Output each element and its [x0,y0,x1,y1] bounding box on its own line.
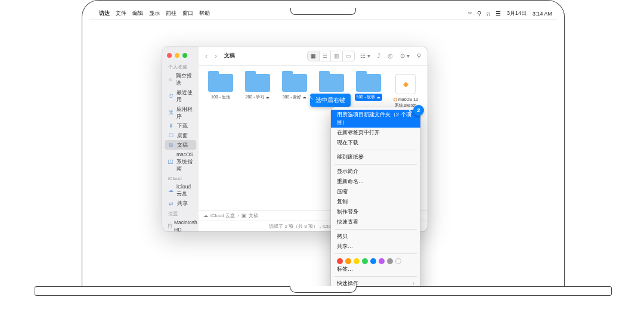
forward-button[interactable]: › [213,52,219,60]
tag-red[interactable] [337,258,343,264]
view-segmented-control[interactable]: ▦ ☰ ▥ ▭ [307,51,355,61]
menubar-date[interactable]: 3月14日 [507,10,527,17]
instruction-tooltip: 选中后右键 [310,94,351,107]
menu-separator [335,150,417,150]
back-button[interactable]: ‹ [203,52,209,60]
wifi-icon[interactable]: ⌔ [468,10,472,17]
tag-green[interactable] [362,258,368,264]
context-menu: 2 用所选项目新建文件夹（2 个项目） 在新标签页中打开 现在下载 移到废纸篓 … [331,107,420,286]
spotlight-icon[interactable]: ⚲ [477,10,481,17]
share-icon[interactable]: ⤴ [376,52,382,59]
sidebar-item-label: macOS 系统指南 [177,151,193,172]
sidebar-item-label: 共享 [177,200,188,207]
ctx-download-now[interactable]: 现在下载 [331,138,420,148]
sidebar-item-desktop[interactable]: ☐桌面 [162,131,199,140]
sidebar-item-airdrop[interactable]: ⌾隔空投送 [162,71,199,88]
menu-go[interactable]: 前往 [166,10,177,17]
folder-item-selected[interactable]: 500 - 故事 ☁︎ [354,74,383,101]
ctx-get-info[interactable]: 显示简介 [331,166,420,177]
tag-blue[interactable] [370,258,376,264]
group-by-icon[interactable]: ☷ ▾ [358,52,372,59]
window-controls [162,50,199,61]
folder-item[interactable]: 300 - 爱好 ☁︎ [280,74,309,101]
ctx-share[interactable]: 共享… [331,242,420,252]
menu-window[interactable]: 窗口 [182,10,193,17]
path-segment[interactable]: iCloud 云盘 [210,212,235,219]
tags-icon[interactable]: ◎ [386,52,395,59]
menu-file[interactable]: 文件 [116,10,126,17]
search-icon[interactable]: ⚲ [415,52,423,59]
laptop-base [35,286,612,305]
view-gallery-icon[interactable]: ▭ [343,51,354,61]
file-item[interactable]: macOS 13 系统.sketch [391,74,420,109]
sidebar-item-icloud[interactable]: ☁iCloud 云盘 [162,182,199,199]
ctx-rename[interactable]: 重新命名… [331,177,420,187]
tag-purple[interactable] [379,258,385,264]
ctx-new-folder-from-selection[interactable]: 用所选项目新建文件夹（2 个项目） [331,110,420,128]
menubar-time[interactable]: 3:14 AM [532,11,552,17]
folder-item[interactable]: 200 - 学习 ☁︎ [243,74,273,101]
minimize-button[interactable] [175,53,179,58]
sidebar-item-label: Macintosh HD [174,219,197,231]
sidebar-item-recents[interactable]: ⏱最近使用 [162,88,199,104]
folder-icon [356,74,381,92]
ctx-make-alias[interactable]: 制作替身 [331,207,420,217]
menu-separator [335,253,417,254]
menu-view[interactable]: 显示 [149,10,160,17]
menu-separator [335,164,417,165]
tag-orange[interactable] [345,258,351,264]
file-label: 300 - 爱好 ☁︎ [281,94,308,101]
file-label: 500 - 故事 ☁︎ [355,94,383,101]
ctx-tags[interactable]: 标签… [331,264,420,274]
sidebar-item-label: 桌面 [177,132,188,139]
sidebar-section-personal: 个人收藏 [162,61,199,71]
view-column-icon[interactable]: ▥ [331,51,343,61]
ctx-tag-colors[interactable] [331,256,420,264]
sidebar-section-locations: 位置 [162,208,199,218]
sidebar-item-label: 文稿 [177,141,188,148]
folder-item[interactable]: 100 - 生活 [206,74,236,101]
ctx-quick-actions[interactable]: 快速操作› [331,278,420,286]
user-switch-icon[interactable]: ⍾ [487,10,490,17]
view-list-icon[interactable]: ☰ [320,51,331,61]
screen: 访达 文件 编辑 显示 前往 窗口 帮助 ⌔ ⚲ ⍾ ☰ 3月14日 3:14 … [89,8,557,286]
sidebar-item-documents[interactable]: 🗎文稿 [165,140,196,150]
tag-gray[interactable] [387,258,393,264]
zoom-button[interactable] [182,53,187,58]
sidebar-item-shared[interactable]: ⇄共享 [162,199,199,208]
folder-icon [319,74,344,92]
menu-separator [335,276,417,277]
folder-icon [245,74,270,92]
chevron-right-icon: › [413,280,414,286]
sidebar-item-macintosh-hd[interactable]: ⌸Macintosh HD [162,218,199,231]
close-button[interactable] [167,53,172,58]
sidebar-item-downloads[interactable]: ⬇下载 [162,121,199,131]
notch [290,8,356,15]
ctx-duplicate[interactable]: 复制 [331,197,420,207]
tag-yellow[interactable] [354,258,360,264]
cloud-icon: ☁ [203,213,208,218]
folder-icon [282,74,307,92]
menu-edit[interactable]: 编辑 [132,10,143,17]
actions-icon[interactable]: ⊙ ▾ [398,52,411,59]
tag-none[interactable] [395,258,401,264]
toolbar: ‹ › 文稿 ▦ ☰ ▥ ▭ ☷ ▾ ⤴ ◎ ⊙ ▾ ⚲ [199,47,428,66]
sidebar-item-guide[interactable]: 🕮macOS 系统指南 [162,150,199,174]
view-icon-icon[interactable]: ▦ [308,51,320,61]
ctx-quick-look[interactable]: 快速查看 [331,217,420,227]
ctx-copy[interactable]: 拷贝 [331,231,420,242]
ctx-move-to-trash[interactable]: 移到废纸篓 [331,152,420,162]
folder-mini-icon: ▣ [242,213,246,218]
ctx-open-new-tab[interactable]: 在新标签页中打开 [331,128,420,138]
control-center-icon[interactable]: ☰ [496,10,501,17]
sidebar-item-label: 下载 [177,122,188,129]
ctx-compress[interactable]: 压缩 [331,187,420,197]
menu-help[interactable]: 帮助 [199,10,210,17]
sidebar-item-label: 隔空投送 [176,72,193,86]
sidebar-item-label: 应用程序 [177,106,193,120]
file-label: 200 - 学习 ☁︎ [244,94,271,101]
path-segment[interactable]: 文稿 [249,212,258,219]
window-title: 文稿 [224,52,235,60]
menubar-app-name[interactable]: 访达 [99,10,110,17]
sidebar-item-apps[interactable]: ⌘应用程序 [162,104,199,121]
